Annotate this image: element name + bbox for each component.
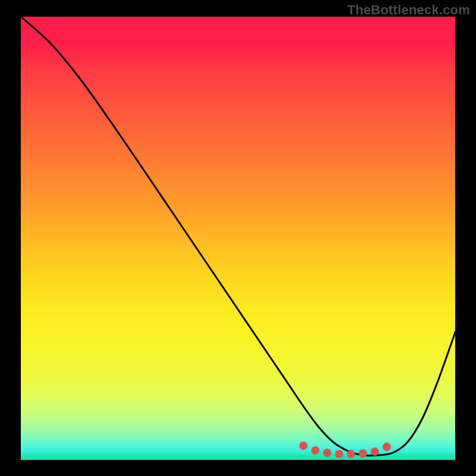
marker-dot [347,450,355,458]
marker-dot [311,446,320,455]
chart-svg [21,17,455,460]
watermark-text: TheBottleneck.com [347,2,470,18]
series-curve [21,17,455,456]
marker-dot [371,447,379,456]
marker-dot [335,450,343,458]
marker-dot [359,449,367,458]
plot-area [21,17,455,460]
chart-frame: TheBottleneck.com [0,0,476,476]
marker-dot [323,449,331,457]
marker-dot [299,441,308,450]
marker-dot [383,443,391,451]
